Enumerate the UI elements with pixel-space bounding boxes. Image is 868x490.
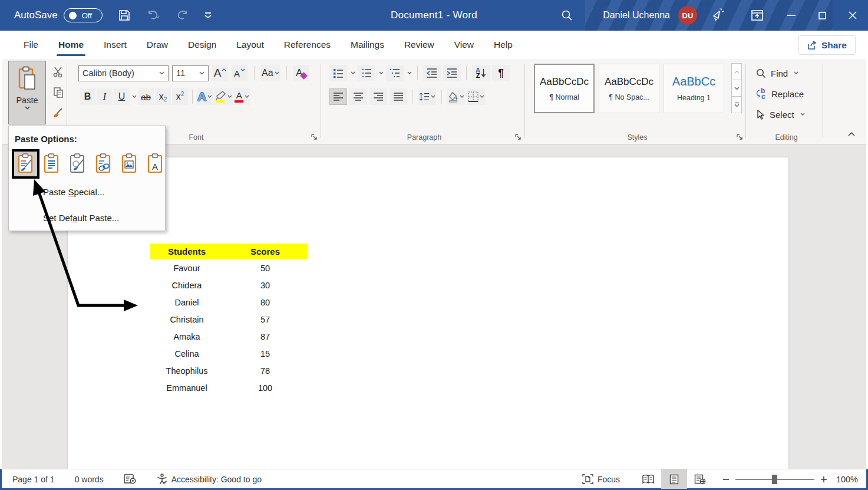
focus-button[interactable]: Focus — [580, 469, 622, 489]
paste-button[interactable]: Paste — [8, 61, 46, 124]
tab-design[interactable]: Design — [178, 31, 226, 59]
read-mode-button[interactable] — [635, 469, 661, 489]
tab-file[interactable]: File — [14, 31, 48, 59]
borders-button[interactable] — [467, 88, 485, 105]
tab-draw[interactable]: Draw — [137, 31, 178, 59]
collapse-ribbon-button[interactable] — [845, 129, 858, 139]
zoom-in-button[interactable] — [820, 469, 827, 489]
font-color-button[interactable]: A — [234, 88, 250, 105]
autosave-toggle[interactable]: Off — [64, 8, 103, 22]
font-dialog-launcher[interactable] — [310, 133, 318, 141]
paragraph-dialog-launcher[interactable] — [514, 133, 522, 141]
minimize-button[interactable] — [776, 0, 807, 31]
quick-access-toolbar: AutoSave Off — [14, 0, 212, 31]
find-button[interactable]: Find — [756, 65, 798, 81]
strikethrough-button[interactable]: ab — [138, 88, 154, 105]
subscript-button[interactable]: x 2 — [155, 88, 171, 105]
coming-soon-button[interactable] — [697, 0, 738, 31]
shading-button[interactable] — [447, 88, 465, 105]
chevron-down-icon[interactable] — [379, 71, 384, 75]
text-highlight-button[interactable] — [214, 88, 233, 105]
chevron-down-icon[interactable] — [351, 71, 355, 75]
chevron-down-icon[interactable] — [407, 71, 412, 75]
style-no-spacing[interactable]: AaBbCcDc ¶ No Spac... — [599, 64, 659, 113]
tab-help[interactable]: Help — [484, 31, 523, 59]
accessibility-checker[interactable]: Accessibility: Good to go — [154, 469, 264, 489]
paste-option-link-keep-source-formatting[interactable] — [91, 150, 115, 178]
change-case-button[interactable]: Aa — [261, 65, 280, 81]
document-page[interactable]: Students Scores Favour50 Chidera30 Danie… — [68, 157, 788, 469]
sort-button[interactable]: A Z — [472, 65, 490, 81]
avatar[interactable]: DU — [678, 6, 697, 25]
tab-mailings[interactable]: Mailings — [341, 31, 394, 59]
search-button[interactable] — [552, 0, 582, 31]
superscript-button[interactable]: x 2 — [172, 88, 188, 105]
user-name[interactable]: Daniel Uchenna — [603, 10, 670, 21]
web-layout-button[interactable] — [687, 469, 713, 489]
tab-view[interactable]: View — [444, 31, 484, 59]
multilevel-list-button[interactable] — [386, 65, 404, 81]
grow-font-button[interactable]: A — [212, 65, 228, 81]
show-formatting-marks-button[interactable]: ¶ — [492, 65, 510, 81]
style-normal[interactable]: AaBbCcDc ¶ Normal — [534, 64, 595, 113]
styles-scroll-up-button[interactable] — [731, 63, 742, 80]
paste-option-merge-formatting[interactable] — [65, 150, 90, 178]
text-effects-button[interactable]: A — [197, 88, 213, 105]
styles-scroll-down-button[interactable] — [731, 80, 742, 97]
justify-button[interactable] — [390, 88, 407, 105]
paste-option-picture[interactable] — [117, 150, 141, 178]
copy-button[interactable] — [50, 84, 67, 101]
redo-button[interactable] — [176, 9, 189, 21]
align-left-button[interactable] — [329, 88, 347, 105]
line-spacing-button[interactable] — [418, 88, 436, 105]
zoom-slider[interactable] — [735, 479, 814, 480]
styles-dialog-launcher[interactable] — [735, 133, 744, 141]
word-count[interactable]: 0 words — [72, 469, 106, 489]
page-indicator[interactable]: Page 1 of 1 — [10, 469, 57, 489]
autosave-control[interactable]: AutoSave Off — [14, 8, 103, 22]
tab-home[interactable]: Home — [48, 31, 94, 59]
font-name-select[interactable]: Calibri (Body) — [78, 65, 169, 81]
zoom-out-button[interactable] — [722, 469, 730, 489]
style-heading-1[interactable]: AaBbCc Heading 1 — [664, 64, 724, 113]
tab-references[interactable]: References — [274, 31, 341, 59]
paste-option-keep-text-only[interactable]: A — [143, 150, 167, 178]
tab-insert[interactable]: Insert — [94, 31, 137, 59]
underline-button[interactable]: U — [114, 88, 130, 105]
customize-qat-button[interactable] — [204, 12, 212, 19]
format-painter-button[interactable] — [50, 105, 67, 121]
align-center-button[interactable] — [349, 88, 367, 105]
proofing-button[interactable] — [121, 469, 139, 489]
set-default-paste-item[interactable]: Set Default Paste... — [43, 213, 119, 223]
maximize-icon — [819, 12, 826, 19]
paste-special-item[interactable]: Paste Special... — [43, 187, 104, 197]
bullets-button[interactable] — [329, 65, 347, 81]
close-button[interactable] — [837, 0, 868, 31]
styles-more-button[interactable] — [731, 96, 742, 113]
cut-button[interactable] — [50, 64, 67, 80]
zoom-slider-handle[interactable] — [772, 475, 777, 484]
ribbon-display-options-button[interactable] — [738, 0, 776, 31]
share-button[interactable]: Share — [798, 35, 856, 55]
italic-button[interactable]: I — [97, 88, 113, 105]
select-button[interactable]: Select — [756, 106, 805, 123]
undo-button[interactable] — [146, 9, 160, 21]
maximize-button[interactable] — [807, 0, 837, 31]
numbering-button[interactable] — [358, 65, 375, 81]
decrease-indent-button[interactable] — [423, 65, 441, 81]
zoom-percentage[interactable]: 100% — [827, 475, 858, 484]
shrink-font-button[interactable]: A — [232, 65, 247, 81]
tab-review[interactable]: Review — [394, 31, 444, 59]
paste-option-use-destination-styles[interactable] — [39, 150, 64, 178]
replace-button[interactable]: b c Replace — [756, 85, 804, 102]
paste-option-keep-source-formatting[interactable] — [14, 150, 38, 178]
clear-formatting-button[interactable]: A — [293, 65, 309, 81]
align-right-button[interactable] — [369, 88, 387, 105]
chevron-down-icon[interactable] — [132, 95, 137, 98]
tab-layout[interactable]: Layout — [226, 31, 274, 59]
print-layout-button[interactable] — [661, 469, 687, 489]
save-button[interactable] — [118, 9, 131, 22]
bold-button[interactable]: B — [80, 88, 95, 105]
increase-indent-button[interactable] — [443, 65, 461, 81]
font-size-select[interactable]: 11 — [172, 65, 209, 81]
